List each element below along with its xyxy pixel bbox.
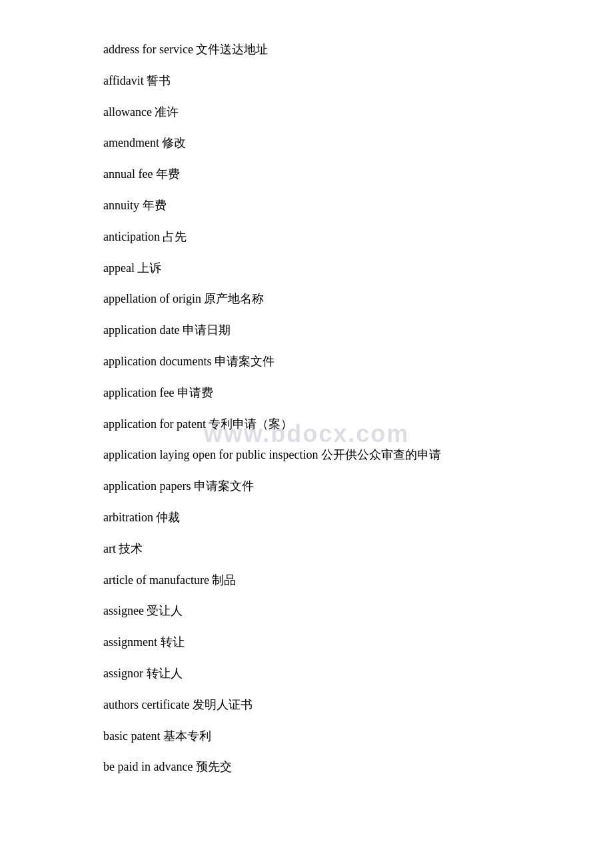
list-item: arbitration 仲裁 [103,508,560,527]
term-english: appeal [103,261,137,275]
term-english: arbitration [103,511,156,524]
term-chinese: 文件送达地址 [196,43,268,56]
list-item: application laying open for public inspe… [103,445,560,465]
term-english: assignment [103,635,161,649]
term-chinese: 誓书 [147,74,171,87]
term-chinese: 发明人证书 [193,698,253,711]
term-english: application for patent [103,417,209,431]
term-chinese: 预先交 [196,760,232,773]
term-english: assignee [103,604,147,617]
term-english: amendment [103,136,162,149]
term-chinese: 修改 [162,136,186,149]
term-chinese: 申请案文件 [194,479,254,493]
term-chinese: 受让人 [147,604,183,617]
list-item: art 技术 [103,539,560,559]
term-chinese: 技术 [119,542,143,555]
term-english: basic patent [103,729,163,743]
term-chinese: 占先 [163,230,187,243]
list-item: appellation of origin 原产地名称 [103,289,560,309]
term-chinese: 年费 [143,199,167,212]
term-english: address for service [103,43,196,56]
term-chinese: 申请费 [177,386,213,399]
list-item: affidavit 誓书 [103,71,560,91]
term-english: application fee [103,386,177,399]
list-item: be paid in advance 预先交 [103,757,560,777]
term-english: allowance [103,105,155,119]
term-english: assignor [103,667,147,680]
term-chinese: 准许 [155,105,179,119]
term-english: affidavit [103,74,147,87]
term-chinese: 仲裁 [156,511,180,524]
term-english: application documents [103,355,215,368]
term-english: anticipation [103,230,163,243]
term-chinese: 原产地名称 [204,292,264,305]
term-english: application laying open for public inspe… [103,448,321,461]
list-item: basic patent 基本专利 [103,727,560,746]
list-item: authors certificate 发明人证书 [103,695,560,715]
term-list: address for service 文件送达地址affidavit 誓书al… [103,40,560,777]
term-chinese: 年费 [156,167,180,181]
term-english: annuity [103,199,143,212]
term-chinese: 专利申请（案） [209,417,293,431]
list-item: application papers 申请案文件 [103,477,560,496]
term-english: be paid in advance [103,760,196,773]
list-item: amendment 修改 [103,133,560,153]
list-item: application for patent 专利申请（案） [103,415,560,434]
list-item: application documents 申请案文件 [103,352,560,371]
term-english: article of manufacture [103,573,212,587]
term-chinese: 申请案文件 [215,355,275,368]
list-item: application date 申请日期 [103,321,560,340]
term-chinese: 公开供公众审查的申请 [321,448,441,461]
term-english: annual fee [103,167,156,181]
term-english: art [103,542,119,555]
list-item: allowance 准许 [103,103,560,122]
term-chinese: 上诉 [137,261,161,275]
term-chinese: 转让 [161,635,185,649]
term-english: application date [103,323,183,337]
list-item: assignment 转让 [103,633,560,652]
term-chinese: 申请日期 [183,323,231,337]
list-item: article of manufacture 制品 [103,571,560,590]
list-item: appeal 上诉 [103,259,560,278]
list-item: annual fee 年费 [103,165,560,184]
list-item: annuity 年费 [103,196,560,215]
term-chinese: 制品 [212,573,236,587]
list-item: anticipation 占先 [103,227,560,247]
term-english: appellation of origin [103,292,204,305]
term-english: application papers [103,479,194,493]
term-english: authors certificate [103,698,193,711]
term-chinese: 转让人 [147,667,183,680]
term-chinese: 基本专利 [163,729,211,743]
list-item: assignee 受让人 [103,601,560,621]
list-item: address for service 文件送达地址 [103,40,560,59]
list-item: application fee 申请费 [103,383,560,403]
list-item: assignor 转让人 [103,664,560,683]
